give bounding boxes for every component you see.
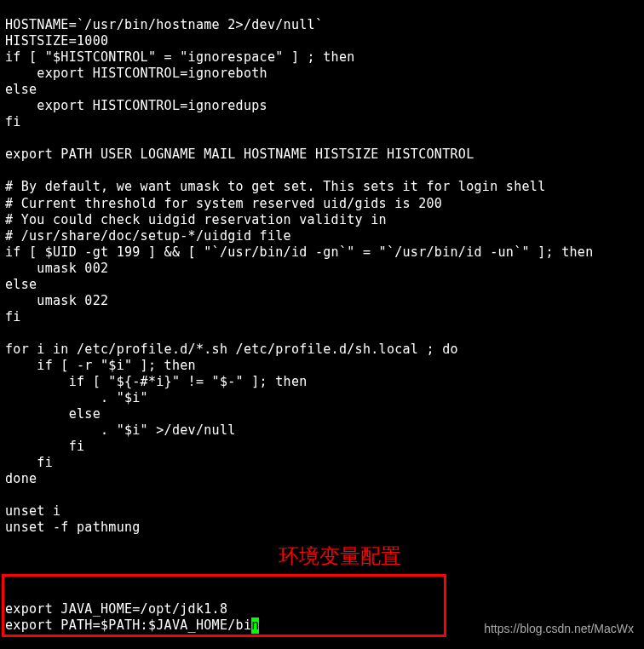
watermark-text: https://blog.csdn.net/MacWx [484, 622, 634, 635]
highlight-box [2, 574, 446, 637]
terminal-text: HOSTNAME=`/usr/bin/hostname 2>/dev/null`… [5, 17, 593, 617]
annotation-label: 环境变量配置 [279, 543, 401, 570]
